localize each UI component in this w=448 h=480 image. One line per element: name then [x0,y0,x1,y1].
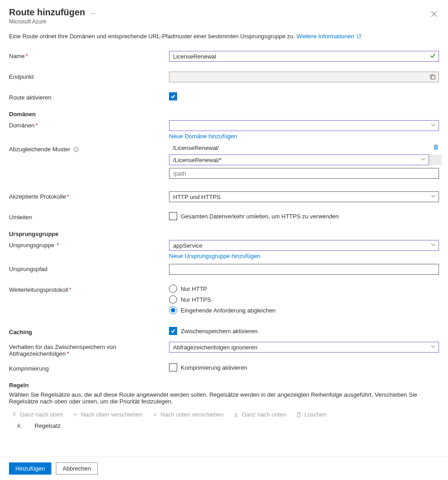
domains-dropdown[interactable] [169,120,439,131]
delete-rule-button[interactable]: Löschen [296,411,326,418]
pattern-item: /LicenseRenewal/ [169,145,429,151]
pattern-new-input[interactable] [169,168,439,179]
panel-title: Route hinzufügen [9,7,85,18]
rules-description: Wählen Sie Regelsätze aus, die auf diese… [9,391,439,405]
redirect-label: Umleiten [9,212,169,221]
origin-path-input[interactable] [169,264,439,275]
origin-section-title: Ursprungsgruppe [9,231,439,237]
protocols-label: Akzeptierte Protokolle* [9,191,169,200]
origin-group-dropdown[interactable]: appService [169,240,439,251]
pattern-dropdown[interactable]: /LicenseRenewal/* [169,154,429,165]
caching-checkbox-label: Zwischenspeichern aktivieren [181,328,258,335]
delete-icon[interactable] [433,144,439,152]
radio-http[interactable]: Nur HTTP [169,285,439,293]
copy-icon[interactable] [430,74,436,82]
move-bottom-button[interactable]: Ganz nach unten [233,411,286,418]
chevron-down-icon [421,157,426,163]
col-ruleset: Regelsatz [35,422,61,429]
move-down-button[interactable]: Nach unten verschieben [152,411,224,418]
compression-checkbox[interactable] [169,363,177,371]
info-icon[interactable] [73,147,79,154]
move-up-button[interactable]: Nach oben verschieben [73,411,142,418]
panel-subtitle: Microsoft Azure [9,18,439,25]
valid-check-icon [430,53,436,60]
radio-https[interactable]: Nur HTTPS [169,295,439,303]
qs-caching-dropdown[interactable]: Abfragezeichenfolgen ignorieren [169,342,439,353]
rules-section-title: Regeln [9,382,439,389]
qs-caching-label: Verhalten für das Zwischenspeichern von … [9,342,169,357]
domains-section-title: Domänen [9,111,439,118]
caching-label: Caching [9,329,32,335]
external-link-icon [357,33,361,40]
col-number: #. [17,422,22,429]
origin-group-label: Ursprungsgruppe * [9,240,169,249]
patterns-label: Abzugleichende Muster [9,144,169,154]
forward-protocol-label: Weiterleitungsprotokoll* [9,285,169,293]
intro-text: Eine Route ordnet Ihre Domänen und entsp… [9,33,439,40]
compression-label: Komprimierung [9,363,169,372]
more-icon[interactable]: ··· [90,9,96,17]
caching-checkbox[interactable] [169,327,177,335]
domains-label: Domänen* [9,120,169,129]
chevron-down-icon [430,242,436,249]
add-domain-link[interactable]: Neue Domäne hinzufügen [169,133,237,140]
redirect-checkbox-label: Gesamten Datenverkehr umleiten, um HTTPS… [181,213,338,220]
name-label: Name* [9,51,169,59]
name-input[interactable]: LicenseRenewal [169,51,439,62]
redirect-checkbox[interactable] [169,212,177,220]
learn-more-link[interactable]: Weitere Informationen [297,33,361,40]
add-origin-link[interactable]: Neue Ursprungsgruppe hinzufügen [169,253,260,259]
radio-match[interactable]: Eingehende Anforderung abgleichen [169,306,439,314]
enable-route-checkbox[interactable] [169,92,177,100]
chevron-down-icon [430,194,436,200]
move-top-button[interactable]: Ganz nach oben [12,411,63,418]
add-button[interactable]: Hinzufügen [9,462,51,465]
chevron-down-icon [430,122,436,129]
origin-path-label: Ursprungspfad [9,264,169,272]
endpoint-label: Endpunkt [9,72,169,80]
enable-route-label: Route aktivieren [9,92,169,101]
close-button[interactable] [429,9,439,20]
chevron-down-icon [430,344,436,351]
compression-checkbox-label: Komprimierung aktivieren [181,364,247,371]
endpoint-field [169,72,439,82]
cancel-button[interactable]: Abbrechen [56,462,98,465]
protocols-dropdown[interactable]: HTTP und HTTPS [169,191,439,202]
svg-rect-0 [431,76,435,79]
